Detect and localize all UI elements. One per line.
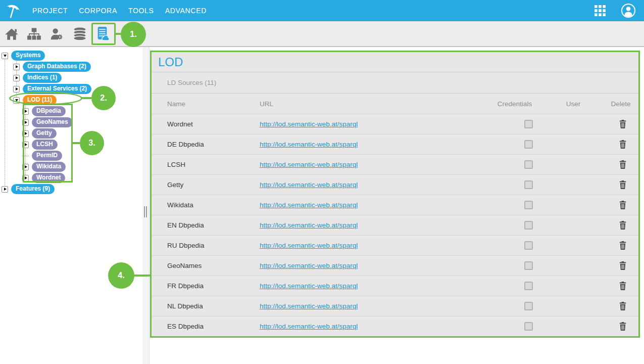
credentials-checkbox[interactable]	[524, 140, 533, 149]
tree-node-label[interactable]: GeoNames	[32, 117, 73, 127]
tree-item[interactable]: GeoNames	[0, 117, 142, 128]
source-url-link[interactable]: http://lod.semantic-web.at/sparql	[260, 201, 358, 209]
tree-node-label[interactable]: DBpedia	[32, 106, 66, 116]
tree-expander[interactable]	[13, 86, 20, 93]
tree-item[interactable]: PermID	[0, 150, 142, 161]
tree-item[interactable]: Getty	[0, 128, 142, 139]
credentials-checkbox[interactable]	[524, 120, 533, 128]
tree-node-label[interactable]: External Services (2)	[23, 84, 91, 94]
ld-source-row: RU Dbpedia http://lod.semantic-web.at/sp…	[152, 235, 638, 255]
tree-node-label[interactable]: Indices (1)	[23, 73, 62, 83]
account-icon[interactable]	[621, 3, 636, 18]
tree-node-label[interactable]: LOD (11)	[23, 95, 57, 105]
tree-expander[interactable]	[22, 108, 29, 115]
ld-source-row: FR Dbpedia http://lod.semantic-web.at/sp…	[152, 276, 638, 296]
credentials-checkbox[interactable]	[524, 221, 533, 230]
tree-item[interactable]: Features (9)	[0, 184, 142, 195]
tree-expander[interactable]	[13, 97, 20, 104]
credentials-checkbox[interactable]	[524, 201, 533, 209]
tree-item[interactable]: Graph Databases (2)	[0, 61, 142, 72]
home-icon[interactable]	[0, 21, 23, 46]
tree-expander[interactable]	[13, 75, 20, 81]
delete-trash-icon[interactable]	[619, 140, 626, 149]
ld-sources-section-title: LD Sources (11)	[152, 72, 638, 94]
tree-node-label[interactable]: PermID	[32, 151, 62, 161]
lod-management-icon[interactable]	[91, 21, 114, 46]
source-name: Wordnet	[167, 120, 260, 128]
delete-trash-icon[interactable]	[619, 241, 626, 250]
topbar-menu-item[interactable]: ADVANCED	[165, 7, 207, 15]
apps-grid-icon[interactable]	[595, 5, 606, 16]
source-url-link[interactable]: http://lod.semantic-web.at/sparql	[260, 282, 358, 290]
tree-node-label[interactable]: Systems	[11, 51, 45, 61]
taxonomy-tree-icon[interactable]	[23, 21, 45, 46]
delete-trash-icon[interactable]	[619, 261, 626, 270]
source-name: DE Dbpedia	[167, 141, 260, 148]
column-header-url: URL	[260, 100, 482, 108]
source-name: ES Dbpedia	[167, 323, 260, 330]
source-url-link[interactable]: http://lod.semantic-web.at/sparql	[260, 242, 358, 249]
tree-item[interactable]: Systems	[0, 50, 142, 61]
source-url-link[interactable]: http://lod.semantic-web.at/sparql	[260, 161, 358, 168]
tree-expander[interactable]	[22, 119, 29, 126]
credentials-checkbox[interactable]	[524, 322, 533, 331]
tree-item[interactable]: LCSH	[0, 139, 142, 150]
delete-trash-icon[interactable]	[619, 180, 626, 189]
source-url-link[interactable]: http://lod.semantic-web.at/sparql	[260, 120, 358, 128]
tree-node-label[interactable]: Features (9)	[11, 184, 55, 194]
tree-node-label[interactable]: Getty	[32, 128, 57, 139]
user-management-icon[interactable]	[45, 21, 68, 46]
tree-item[interactable]: LOD (11)	[0, 95, 142, 106]
source-url-link[interactable]: http://lod.semantic-web.at/sparql	[260, 221, 358, 229]
tree-item[interactable]: Wikidata	[0, 161, 142, 172]
credentials-checkbox[interactable]	[524, 282, 533, 290]
credentials-checkbox[interactable]	[524, 241, 533, 250]
delete-trash-icon[interactable]	[619, 160, 626, 169]
source-url-link[interactable]: http://lod.semantic-web.at/sparql	[260, 141, 358, 148]
tree-expander[interactable]	[13, 64, 20, 70]
tree-node-label[interactable]: LCSH	[32, 140, 58, 150]
tree-expander[interactable]	[22, 175, 29, 181]
topbar-menu-item[interactable]: CORPORA	[79, 7, 117, 15]
poolparty-logo[interactable]	[0, 0, 26, 21]
delete-trash-icon[interactable]	[619, 221, 626, 230]
tree-expander[interactable]	[22, 130, 29, 137]
tree-item[interactable]: DBpedia	[0, 106, 142, 117]
sidebar-splitter[interactable]	[142, 47, 150, 364]
tree-node-label[interactable]: Wordnet	[32, 173, 65, 183]
delete-trash-icon[interactable]	[619, 282, 626, 290]
ld-source-row: ES Dbpedia http://lod.semantic-web.at/sp…	[152, 316, 638, 336]
umbrella-logo-icon	[5, 1, 22, 20]
expander-triangle-icon	[25, 132, 27, 135]
ld-source-row: DE Dbpedia http://lod.semantic-web.at/sp…	[152, 134, 638, 154]
credentials-checkbox[interactable]	[524, 160, 533, 169]
source-url-link[interactable]: http://lod.semantic-web.at/sparql	[260, 262, 358, 269]
tree-node-label[interactable]: Wikidata	[32, 162, 66, 172]
credentials-checkbox[interactable]	[524, 261, 533, 270]
expander-triangle-icon	[16, 65, 18, 68]
delete-trash-icon[interactable]	[619, 302, 626, 310]
source-url-link[interactable]: http://lod.semantic-web.at/sparql	[260, 323, 358, 330]
tree-node-label[interactable]: Graph Databases (2)	[23, 62, 91, 72]
source-name: LCSH	[167, 161, 260, 168]
tree-item[interactable]: External Services (2)	[0, 83, 142, 95]
delete-trash-icon[interactable]	[619, 322, 626, 331]
source-url-link[interactable]: http://lod.semantic-web.at/sparql	[260, 302, 358, 310]
credentials-checkbox[interactable]	[524, 302, 533, 310]
credentials-checkbox[interactable]	[524, 180, 533, 189]
delete-trash-icon[interactable]	[619, 120, 626, 128]
tree-expander[interactable]	[22, 164, 29, 170]
tree-expander[interactable]	[22, 142, 29, 148]
tree-expander[interactable]	[2, 186, 8, 193]
splitter-grip-icon[interactable]	[144, 206, 147, 217]
topbar-menu-item[interactable]: TOOLS	[128, 7, 154, 15]
icon-toolbar	[0, 21, 644, 47]
repository-database-icon[interactable]	[68, 21, 91, 46]
tree-item[interactable]: Wordnet	[0, 172, 142, 184]
expander-triangle-icon	[25, 143, 27, 146]
source-url-link[interactable]: http://lod.semantic-web.at/sparql	[260, 181, 358, 189]
tree-expander[interactable]	[2, 53, 8, 59]
tree-item[interactable]: Indices (1)	[0, 72, 142, 83]
delete-trash-icon[interactable]	[619, 201, 626, 209]
topbar-menu-item[interactable]: PROJECT	[32, 7, 68, 15]
